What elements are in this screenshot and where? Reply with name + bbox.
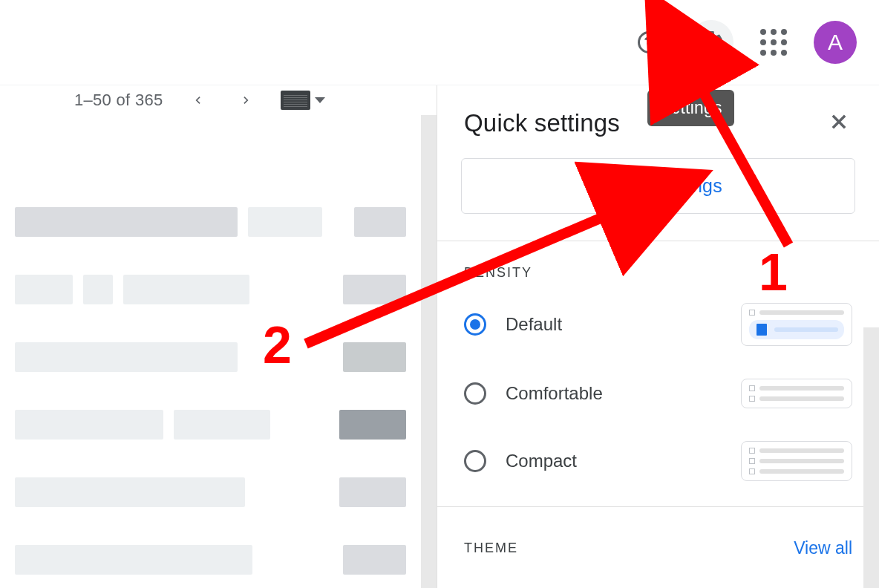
- density-preview-compact: [741, 441, 852, 481]
- list-item[interactable]: [15, 204, 406, 240]
- input-tools-button[interactable]: [281, 91, 325, 110]
- panel-title: Quick settings: [464, 109, 620, 137]
- list-item[interactable]: [15, 407, 406, 442]
- help-icon: [635, 29, 662, 56]
- chevron-left-icon: [190, 93, 205, 108]
- chevron-down-icon: [315, 97, 325, 103]
- divider: [437, 241, 879, 241]
- quick-settings-panel: Quick settings See all settings DENSITY …: [437, 85, 879, 588]
- close-panel-button[interactable]: [829, 111, 849, 135]
- density-label: Compact: [506, 451, 722, 471]
- see-all-settings-button[interactable]: See all settings: [461, 158, 855, 214]
- help-button[interactable]: [627, 20, 671, 65]
- close-icon: [829, 111, 849, 132]
- list-item[interactable]: [15, 542, 406, 578]
- panel-scrollbar[interactable]: [863, 327, 879, 588]
- list-item[interactable]: [15, 272, 406, 307]
- theme-view-all-link[interactable]: View all: [794, 538, 852, 558]
- settings-button[interactable]: [689, 20, 733, 65]
- inbox-toolbar: 1–50 of 365: [0, 85, 437, 115]
- density-option-comfortable[interactable]: Comfortable: [464, 379, 852, 408]
- settings-tooltip: Settings: [647, 90, 734, 126]
- density-option-compact[interactable]: Compact: [464, 441, 852, 481]
- account-avatar[interactable]: A: [814, 21, 857, 64]
- apps-icon: [760, 29, 787, 56]
- pagination-count: 1–50 of 365: [74, 91, 163, 110]
- radio-compact[interactable]: [464, 450, 486, 472]
- theme-heading: THEME: [464, 540, 518, 556]
- radio-default[interactable]: [464, 313, 486, 336]
- email-list: [0, 115, 421, 578]
- density-label: Comfortable: [506, 383, 722, 404]
- density-label: Default: [506, 314, 722, 335]
- density-heading: DENSITY: [437, 265, 879, 281]
- gear-icon: [698, 29, 725, 56]
- inbox-scrollbar[interactable]: [421, 115, 437, 588]
- keyboard-icon: [281, 91, 310, 110]
- app-header: A: [0, 0, 879, 85]
- next-page-button[interactable]: [232, 85, 261, 115]
- main-area: 1–50 of 365 Q: [0, 85, 879, 588]
- chevron-right-icon: [239, 93, 254, 108]
- density-preview-default: [741, 303, 852, 346]
- prev-page-button[interactable]: [183, 85, 212, 115]
- divider: [437, 506, 879, 507]
- list-item[interactable]: [15, 339, 406, 375]
- density-option-default[interactable]: Default: [464, 303, 852, 346]
- inbox-pane: 1–50 of 365: [0, 85, 437, 588]
- apps-button[interactable]: [751, 20, 796, 65]
- list-item[interactable]: [15, 474, 406, 510]
- density-preview-comfortable: [741, 379, 852, 408]
- radio-comfortable[interactable]: [464, 382, 486, 405]
